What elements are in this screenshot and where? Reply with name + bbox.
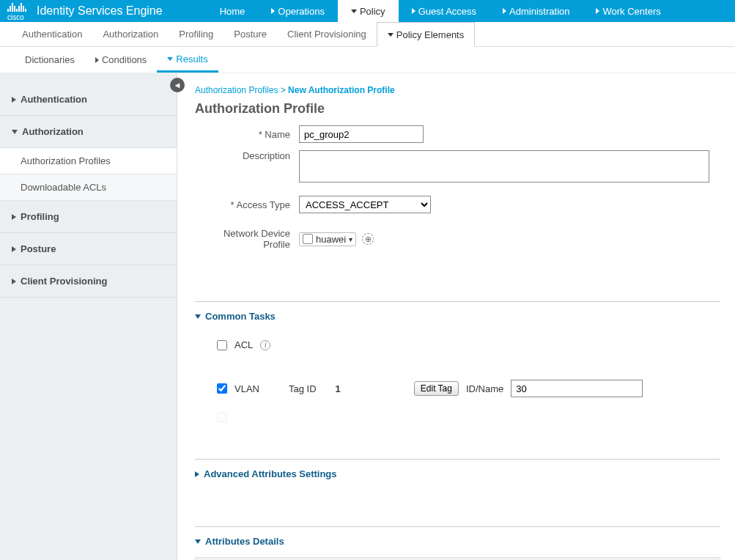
tertiary-dictionaries[interactable]: Dictionaries — [15, 47, 85, 73]
sidebar-authorization[interactable]: Authorization — [0, 116, 177, 148]
caret-down-icon: ▾ — [349, 235, 352, 243]
edit-tag-button[interactable]: Edit Tag — [414, 381, 459, 396]
sidebar-profiling[interactable]: Profiling — [0, 201, 177, 233]
top-bar: cisco Identity Services Engine Home Oper… — [0, 0, 735, 22]
id-name-label: ID/Name — [466, 383, 503, 394]
subnav-posture[interactable]: Posture — [224, 22, 277, 47]
nav-guest-access[interactable]: Guest Access — [399, 0, 490, 22]
task-empty-row — [195, 405, 720, 430]
ndp-value: huawei — [316, 234, 346, 245]
placeholder-checkbox — [217, 412, 227, 422]
sidebar-collapse-button[interactable]: ◄ — [170, 78, 185, 92]
tag-id-value: 1 — [336, 383, 341, 394]
caret-right-icon — [271, 8, 275, 14]
top-nav: Home Operations Policy Guest Access Admi… — [207, 0, 674, 22]
subnav-authentication[interactable]: Authentication — [12, 22, 92, 47]
subnav-authorization[interactable]: Authorization — [92, 22, 169, 47]
advanced-attributes-header[interactable]: Advanced Attributes Settings — [195, 468, 720, 479]
breadcrumb-sep: > — [281, 85, 286, 95]
sidebar-downloadable-acls[interactable]: Downloadable ACLs — [0, 174, 177, 201]
id-name-input[interactable] — [511, 380, 643, 397]
breadcrumb: Authorization Profiles > New Authorizati… — [195, 85, 720, 95]
caret-right-icon — [195, 471, 199, 477]
sidebar-posture[interactable]: Posture — [0, 233, 177, 265]
nav-work-centers[interactable]: Work Centers — [583, 0, 673, 22]
content: Authorization Profiles > New Authorizati… — [177, 73, 735, 560]
network-device-profile-label: Network Device Profile — [195, 228, 290, 250]
sidebar-authorization-profiles[interactable]: Authorization Profiles — [0, 148, 177, 174]
product-name: Identity Services Engine — [37, 4, 163, 18]
access-type-label: Access Type — [195, 199, 290, 210]
breadcrumb-current: New Authorization Profile — [288, 85, 395, 95]
caret-right-icon — [12, 246, 16, 252]
caret-down-icon — [12, 130, 18, 134]
tertiary-nav: Dictionaries Conditions Results — [0, 47, 735, 73]
caret-right-icon — [12, 214, 16, 220]
sidebar-authentication[interactable]: Authentication — [0, 84, 177, 116]
breadcrumb-link-profiles[interactable]: Authorization Profiles — [195, 85, 278, 95]
caret-right-icon — [12, 97, 16, 103]
acl-label: ACL — [234, 339, 253, 350]
subnav-client-provisioning[interactable]: Client Provisioning — [277, 22, 377, 47]
access-type-select[interactable]: ACCESS_ACCEPT — [299, 196, 431, 213]
tag-id-label: Tag ID — [289, 383, 317, 394]
add-device-profile-button[interactable]: ⊕ — [362, 233, 374, 245]
caret-down-icon — [167, 57, 173, 61]
caret-right-icon — [596, 8, 599, 14]
tertiary-conditions[interactable]: Conditions — [85, 47, 157, 73]
caret-right-icon — [12, 279, 16, 284]
workspace: ◄ Authentication Authorization Authoriza… — [0, 73, 735, 560]
page-title: Authorization Profile — [195, 101, 720, 117]
subnav-profiling[interactable]: Profiling — [169, 22, 224, 47]
caret-down-icon — [195, 539, 201, 544]
acl-checkbox[interactable] — [217, 340, 227, 350]
task-vlan-row: VLAN Tag ID 1 Edit Tag ID/Name — [195, 372, 720, 405]
separator — [195, 301, 720, 302]
nav-policy[interactable]: Policy — [338, 0, 399, 22]
device-icon — [303, 234, 313, 244]
logo-block: cisco Identity Services Engine — [0, 1, 170, 21]
vlan-checkbox[interactable] — [217, 383, 227, 394]
separator — [195, 459, 720, 460]
caret-right-icon — [95, 57, 99, 63]
sidebar: ◄ Authentication Authorization Authoriza… — [0, 73, 177, 560]
common-tasks-header[interactable]: Common Tasks — [195, 311, 720, 322]
caret-right-icon — [503, 8, 506, 14]
sidebar-client-provisioning[interactable]: Client Provisioning — [0, 265, 177, 298]
cisco-logo-icon: cisco — [7, 1, 26, 21]
description-input[interactable] — [299, 150, 709, 183]
caret-down-icon — [388, 33, 394, 37]
vlan-label: VLAN — [234, 383, 259, 394]
nav-home[interactable]: Home — [207, 0, 259, 22]
attributes-details-header[interactable]: Attributes Details — [195, 536, 720, 547]
network-device-profile-select[interactable]: huawei ▾ — [299, 232, 356, 246]
chevron-left-icon: ◄ — [174, 81, 182, 89]
nav-operations[interactable]: Operations — [258, 0, 338, 22]
logo-text: cisco — [7, 13, 26, 21]
name-label: Name — [195, 129, 290, 140]
description-label: Description — [195, 150, 290, 161]
caret-down-icon — [351, 10, 357, 13]
nav-administration[interactable]: Administration — [490, 0, 583, 22]
tertiary-results[interactable]: Results — [157, 47, 218, 73]
sub-nav: Authentication Authorization Profiling P… — [0, 22, 735, 47]
caret-down-icon — [195, 314, 201, 319]
task-acl-row: ACL i — [195, 332, 720, 358]
attributes-details-box: Access Type = ACCESS_ACCEPT Tunnel-Priva… — [195, 557, 720, 560]
name-input[interactable] — [299, 125, 424, 143]
subnav-policy-elements[interactable]: Policy Elements — [377, 22, 475, 47]
info-icon[interactable]: i — [260, 340, 270, 350]
caret-right-icon — [412, 8, 415, 14]
separator — [195, 526, 720, 527]
